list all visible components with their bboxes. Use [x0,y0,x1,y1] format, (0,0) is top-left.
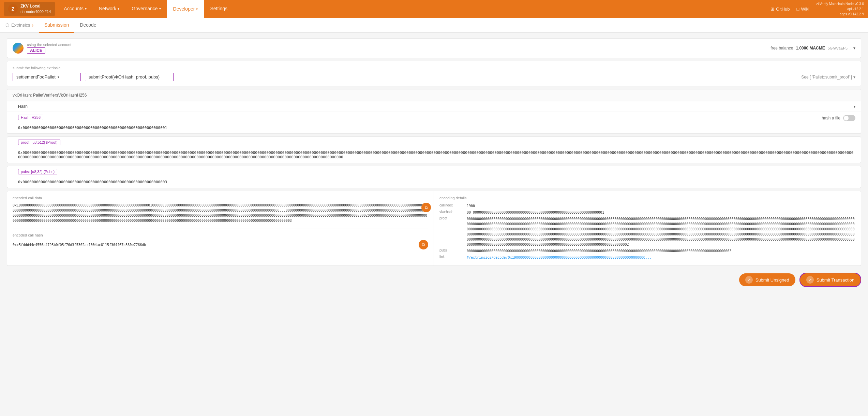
proof-enc-value: 0000000000000000000000000000000000000000… [467,216,855,248]
table-row: pubs 00000000000000000000000000000000000… [439,248,855,254]
proof-type-label: proof: [u8;512] (Proof) [18,140,60,145]
chevron-down-icon: ▾ [85,7,87,11]
github-link[interactable]: ⊞ GitHub [770,6,790,12]
pallet-select[interactable]: settlementFooPallet ▾ [13,73,81,81]
vkorhash-type-dropdown[interactable]: Hash ▾ [7,101,861,112]
nav-developer[interactable]: Developer ▾ [167,0,204,18]
table-row: proof 0000000000000000000000000000000000… [439,216,855,248]
free-balance-label: free balance [770,46,793,51]
hash-type-label: Hash: H256 [18,115,43,120]
breadcrumb: ⬡ Extrinsics › [5,22,35,28]
breadcrumb-arrow: › [32,22,33,28]
see-docs[interactable]: See [ 'Pallet::submit_proof' ] ▾ [801,75,855,80]
nav-governance[interactable]: Governance ▾ [125,0,167,18]
link-label: link [439,254,467,261]
encoding-details-section: encoding details callindex 1900 vkorhash… [434,191,861,266]
vkorhash-enc-label: vkorhash [439,209,467,216]
chevron-down-icon: ▾ [58,75,59,79]
nav-items: Accounts ▾ Network ▾ Governance ▾ Develo… [58,0,770,18]
chevron-down-icon: ▾ [853,75,855,80]
chevron-down-icon: ▾ [118,7,119,11]
call-hash-title: encoded call hash [13,233,428,237]
hash-file-toggle[interactable]: hash a file [822,115,855,121]
main-content: using the selected account ALICE free ba… [0,33,868,297]
pubs-enc-label: pubs [439,248,467,254]
bottom-actions: ↗ Submit Unsigned ↗ Submit Transaction [7,269,861,291]
github-icon: ⊞ [770,6,774,12]
hash-file-switch[interactable] [843,115,855,121]
pubs-param: pubs: [u8;32] (Pubs) 0x00000000000000000… [7,166,861,188]
call-data-title: encoded call data [13,196,428,200]
table-row: vkorhash 00 0000000000000000000000000000… [439,209,855,216]
copy-call-data-button[interactable]: ⧉ [421,203,431,212]
method-select[interactable]: submitProof(vkOrHash, proof, pubs) [85,73,174,81]
vkorhash-param: vkOrHash: PalletVerifiersVkOrHashH256 Ha… [7,89,861,134]
nav-network[interactable]: Network ▾ [93,0,125,18]
chevron-down-icon: ▾ [196,7,198,11]
decode-link[interactable]: #/extrinsics/decode/0x190000000000000000… [467,256,652,259]
extrinsic-label: submit the following extrinsic [13,66,855,70]
node-name: ZKV Local [20,4,51,9]
call-hash-value: 0xc5fddd44e4550a4795b0f05f76d3f5302ac100… [13,242,146,247]
chevron-down-icon: ▾ [854,105,855,109]
account-dropdown[interactable]: ▾ [853,46,855,51]
submit-unsigned-icon: ↗ [745,276,753,284]
submit-unsigned-button[interactable]: ↗ Submit Unsigned [739,273,795,286]
top-navigation: Z ZKV Local nh-node/4000 #14 Accounts ▾ … [0,0,868,18]
node-id: nh-node/4000 #14 [20,9,51,14]
submit-transaction-button[interactable]: ↗ Submit Transaction [799,273,861,287]
pubs-type-label: pubs: [u8;32] (Pubs) [18,169,57,174]
account-label: using the selected account [27,43,71,47]
vkorhash-enc-value: 00 0000000000000000000000000000000000000… [467,209,855,216]
avatar [13,43,24,54]
nav-right: ⊞ GitHub □ Wiki zkVerify Mainchain Node … [770,1,864,17]
account-section: using the selected account ALICE free ba… [7,38,861,58]
app-logo[interactable]: Z ZKV Local nh-node/4000 #14 [4,2,55,16]
logo-icon: Z [8,4,18,14]
callindex-value: 1900 [467,203,855,209]
proof-enc-label: proof [439,216,467,248]
nav-settings[interactable]: Settings [204,0,234,18]
pubs-enc-value: 0000000000000000000000000000000000000000… [467,248,855,254]
balance-value: 1.0000 MACME [796,46,825,51]
secondary-navigation: ⬡ Extrinsics › Submission Decode [0,18,868,33]
submit-transaction-icon: ↗ [806,276,814,284]
proof-param: proof: [u8;512] (Proof) 0x00000000000000… [7,137,861,163]
vkorhash-header: vkOrHash: PalletVerifiersVkOrHashH256 [7,89,861,101]
call-data-value: 0x19000000000000000000000000000000000000… [13,203,428,223]
tab-decode[interactable]: Decode [74,18,102,33]
proof-value[interactable]: 0x00000000000000000000000000000000000000… [7,149,861,163]
hash-value[interactable]: 0x00000000000000000000000000000000000000… [7,124,861,133]
callindex-label: callindex [439,203,467,209]
breadcrumb-icon: ⬡ [5,23,9,28]
table-row: callindex 1900 [439,203,855,209]
nav-accounts[interactable]: Accounts ▾ [58,0,93,18]
encoding-details-title: encoding details [439,196,855,200]
encoding-table: callindex 1900 vkorhash 00 0000000000000… [439,203,855,261]
table-row: link #/extrinsics/decode/0x1900000000000… [439,254,855,261]
wiki-icon: □ [797,6,799,12]
copy-call-hash-button[interactable]: ⧉ [419,240,428,249]
encoded-section: encoded call data 0x19000000000000000000… [7,191,861,266]
pubs-value[interactable]: 0x00000000000000000000000000000000000000… [7,178,861,188]
account-name[interactable]: ALICE [27,47,45,54]
wiki-link[interactable]: □ Wiki [797,6,809,12]
encoded-call-data-section: encoded call data 0x19000000000000000000… [7,191,434,266]
app-version: zkVerify Mainchain Node v0.3.0 api v12.2… [816,1,864,17]
account-address: 5GrwvaEF5... [828,46,851,50]
tab-submission[interactable]: Submission [39,18,74,33]
extrinsic-section: submit the following extrinsic settlemen… [7,61,861,86]
chevron-down-icon: ▾ [159,7,161,11]
